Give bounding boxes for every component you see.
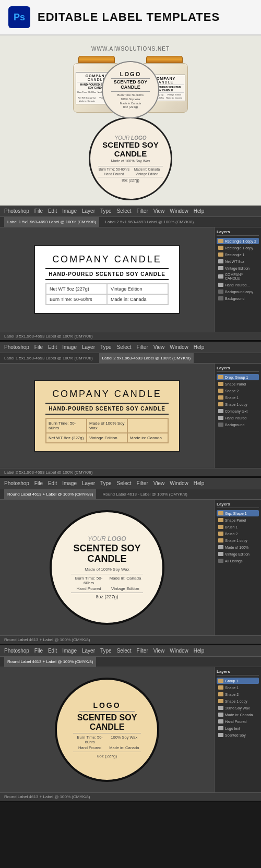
menu-window-3[interactable]: Window xyxy=(170,480,188,486)
layer-1-4[interactable]: Net WT 8oz xyxy=(217,258,259,264)
menu-window-2[interactable]: Window xyxy=(170,344,188,350)
layer-1-9[interactable]: Background xyxy=(217,295,259,302)
menu-help-4[interactable]: Help xyxy=(194,648,205,654)
menu-view-2[interactable]: View xyxy=(153,344,165,350)
layer-2-6[interactable]: Company text xyxy=(217,408,259,414)
tab-3-2[interactable]: Round Label 4613 - Label @ 100% (CMYK/8) xyxy=(102,492,187,497)
menu-filter-2[interactable]: Filter xyxy=(136,344,148,350)
menu-select-4[interactable]: Select xyxy=(117,648,132,654)
layer-1-8[interactable]: Background copy xyxy=(217,288,259,295)
large-round-label-preview: YOUR LOGO SCENTED SOY CANDLE Made of 100… xyxy=(89,117,172,200)
menu-view-3[interactable]: View xyxy=(153,480,165,486)
menu-select-2[interactable]: Select xyxy=(117,344,132,350)
layers-panel-1: Layers Rectangle 1 copy 2 Rectangle 1 co… xyxy=(214,227,261,332)
company-name-2: COMPANY CANDLE xyxy=(45,389,169,400)
layer-1-3[interactable]: Rectangle 1 xyxy=(217,251,259,258)
tab-2-1[interactable]: Label 1 5x1.963-4693 Label @ 100% (CMYK/… xyxy=(4,356,93,360)
layer-4-5[interactable]: 100% Soy Wax xyxy=(217,705,259,711)
menu-type-4[interactable]: Type xyxy=(100,648,112,654)
layer-4-3[interactable]: Shape 2 xyxy=(217,691,259,697)
ps-status-1: Label 3 5x1.963-4693 Label @ 100% (CMYK/… xyxy=(0,332,261,340)
ps-canvas-4: LOGO SCENTED SOY CANDLE Burn Time: 50-60… xyxy=(0,667,214,792)
menu-select-3[interactable]: Select xyxy=(117,480,132,486)
layer-2-2[interactable]: Shape Panel xyxy=(217,381,259,387)
menu-layer-4[interactable]: Layer xyxy=(82,648,95,654)
layer-3-7[interactable]: Vintage Edition xyxy=(217,551,259,557)
cell-vintage: Vintage Edition xyxy=(107,284,168,294)
layer-3-3[interactable]: Brush 1 xyxy=(217,524,259,530)
layer-2-3[interactable]: Shape 2 xyxy=(217,388,259,394)
menu-type-2[interactable]: Type xyxy=(100,344,112,350)
menu-help[interactable]: Help xyxy=(194,208,205,214)
ps-layout-1: COMPANY CANDLE HAND-POURED SCENTED SOY C… xyxy=(0,227,261,332)
layer-2-1[interactable]: Drop: Group 1 xyxy=(217,374,259,380)
menu-image-2[interactable]: Image xyxy=(62,344,77,350)
layer-3-8[interactable]: All Listings xyxy=(217,558,259,564)
layer-1-7[interactable]: Hand Poured... xyxy=(217,282,259,288)
menu-file-3[interactable]: File xyxy=(34,480,43,486)
tab-4-1[interactable]: Round Label 4613 + Label @ 100% (CMYK/8) xyxy=(4,657,96,667)
cell-burn-time: Burn Time: 50-60hrs xyxy=(46,294,107,305)
layer-2-4[interactable]: Shape 1 xyxy=(217,394,259,401)
menu-ps-3[interactable]: Photoshop xyxy=(4,480,29,486)
layer-4-4[interactable]: Shape 1 copy xyxy=(217,698,259,704)
tab-2-2[interactable]: Label 2 5x1.963-4693 Label @ 100% (CMYK/… xyxy=(99,353,194,363)
menu-edit-2[interactable]: Edit xyxy=(48,344,57,350)
menu-filter-3[interactable]: Filter xyxy=(136,480,148,486)
layer-4-9[interactable]: Scented Soy xyxy=(217,732,259,738)
layer-4-7[interactable]: Hand Poured xyxy=(217,718,259,725)
ps-section-1: Photoshop File Edit Image Layer Type Sel… xyxy=(0,206,261,342)
menu-type-3[interactable]: Type xyxy=(100,480,112,486)
menu-window-4[interactable]: Window xyxy=(170,648,188,654)
menu-file-2[interactable]: File xyxy=(34,344,43,350)
menu-file-4[interactable]: File xyxy=(34,648,43,654)
menu-filter-4[interactable]: Filter xyxy=(136,648,148,654)
menu-edit[interactable]: Edit xyxy=(48,208,57,214)
layer-1-6[interactable]: COMPANY CANDLE xyxy=(217,272,259,281)
layer-4-6[interactable]: Made in: Canada xyxy=(217,712,259,718)
menu-image-4[interactable]: Image xyxy=(62,648,77,654)
menu-ps-2[interactable]: Photoshop xyxy=(4,344,29,350)
layer-2-5[interactable]: Shape 1 copy xyxy=(217,401,259,407)
layers-header-1: Layers xyxy=(217,230,259,236)
layer-3-2[interactable]: Shape Panel xyxy=(217,517,259,523)
tab-label-2[interactable]: Label 2 5x1.963-4693 Label @ 100% (CMYK/… xyxy=(105,220,194,224)
tab-label-1[interactable]: Label 1 5x1.963-4693 Label @ 100% (CMYK/… xyxy=(4,217,99,227)
menu-type[interactable]: Type xyxy=(100,208,112,214)
menu-image[interactable]: Image xyxy=(62,208,77,214)
divider2 xyxy=(111,91,150,92)
cell2-burn: Burn Time: 50-60hrs xyxy=(46,418,87,433)
menu-image-3[interactable]: Image xyxy=(62,480,77,486)
layer-4-2[interactable]: Shape 1 xyxy=(217,684,259,691)
layer-1-5[interactable]: Vintage Edition xyxy=(217,265,259,271)
menu-select[interactable]: Select xyxy=(117,208,132,214)
layer-3-4[interactable]: Brush 2 xyxy=(217,531,259,537)
menu-help-2[interactable]: Help xyxy=(194,344,205,350)
layer-4-8[interactable]: Logo text xyxy=(217,725,259,731)
ps-tab-bar-1: Label 1 5x1.963-4693 Label @ 100% (CMYK/… xyxy=(0,217,261,227)
layer-3-1[interactable]: Grp: Shape 1 xyxy=(217,510,259,516)
layer-4-1[interactable]: Group 1 xyxy=(217,678,259,684)
menu-window[interactable]: Window xyxy=(170,208,188,214)
menu-view-4[interactable]: View xyxy=(153,648,165,654)
menu-ps-4[interactable]: Photoshop xyxy=(4,648,29,654)
tab-3-1[interactable]: Round Label 4613 + Label @ 100% (CMYK/8) xyxy=(4,489,96,499)
layer-3-5[interactable]: Shape 1 copy xyxy=(217,537,259,544)
layer-1-1[interactable]: Rectangle 1 copy 2 xyxy=(217,238,259,244)
sub-title-2: HAND-POURED SCENTED SOY CANDLE xyxy=(45,403,169,415)
layer-2-8[interactable]: Background xyxy=(217,421,259,428)
menu-layer-3[interactable]: Layer xyxy=(82,480,95,486)
menu-view[interactable]: View xyxy=(153,208,165,214)
layer-2-7[interactable]: Hand Poured xyxy=(217,415,259,421)
menu-layer-2[interactable]: Layer xyxy=(82,344,95,350)
menu-edit-3[interactable]: Edit xyxy=(48,480,57,486)
cell2-made: Made in: Canada xyxy=(127,433,168,443)
layer-3-6[interactable]: Made of 100% xyxy=(217,544,259,550)
menu-layer[interactable]: Layer xyxy=(82,208,95,214)
menu-help-3[interactable]: Help xyxy=(194,480,205,486)
menu-file[interactable]: File xyxy=(34,208,43,214)
menu-photoshop[interactable]: Photoshop xyxy=(4,208,29,214)
menu-edit-4[interactable]: Edit xyxy=(48,648,57,654)
menu-filter[interactable]: Filter xyxy=(136,208,148,214)
layer-1-2[interactable]: Rectangle 1 copy xyxy=(217,245,259,251)
